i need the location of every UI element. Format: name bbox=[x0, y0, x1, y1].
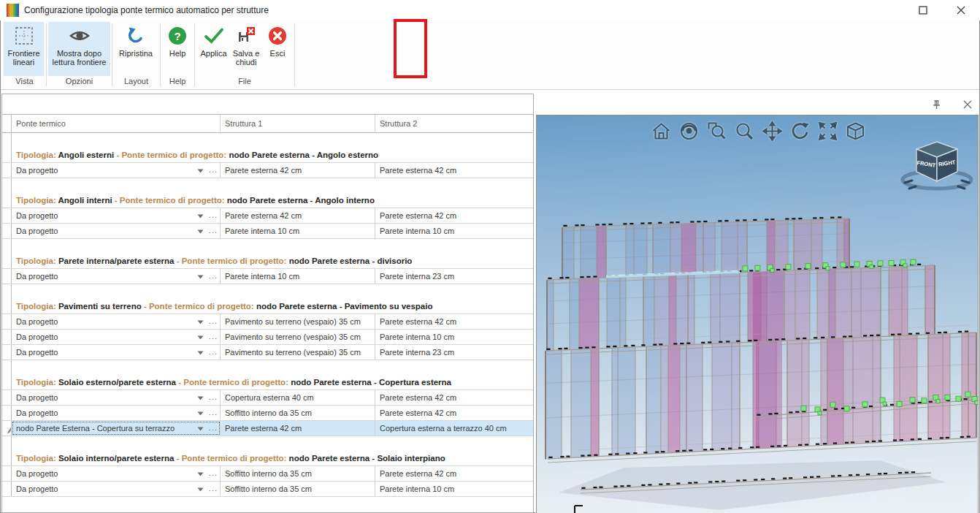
struttura1-cell[interactable]: Soffitto interno da 35 cm bbox=[221, 406, 375, 420]
ellipsis-button[interactable]: ... bbox=[209, 317, 218, 327]
navigation-cube[interactable]: FRONT RIGHT bbox=[899, 137, 975, 196]
struttura2-cell[interactable]: Parete esterna 42 cm bbox=[375, 163, 533, 178]
ripristina-button[interactable]: Ripristina bbox=[114, 22, 158, 76]
zoom-icon[interactable] bbox=[735, 121, 754, 141]
ponte-termico-cell[interactable]: Da progetto... bbox=[12, 345, 221, 360]
ellipsis-button[interactable]: ... bbox=[209, 348, 218, 358]
mostra-frontiere-button[interactable]: Mostra dopo lettura frontiere bbox=[48, 22, 110, 76]
ponte-termico-cell[interactable]: Da progetto... bbox=[12, 390, 221, 405]
zoom-extents-icon[interactable] bbox=[818, 121, 838, 141]
dropdown-arrow-icon[interactable] bbox=[197, 427, 204, 431]
ellipsis-button[interactable]: ... bbox=[209, 332, 218, 343]
struttura1-cell[interactable]: Pavimento su terreno (vespaio) 35 cm bbox=[221, 314, 375, 329]
grid-row[interactable]: Da progetto...Soffitto interno da 35 cmP… bbox=[2, 482, 533, 497]
pin-icon[interactable] bbox=[930, 99, 943, 110]
ellipsis-button[interactable]: ... bbox=[209, 408, 218, 419]
ellipsis-button[interactable]: ... bbox=[209, 424, 218, 434]
applica-button[interactable]: Applica bbox=[199, 22, 229, 76]
ponte-termico-cell[interactable]: Da progetto... bbox=[12, 330, 221, 344]
dropdown-arrow-icon[interactable] bbox=[197, 487, 204, 492]
section-header-part: Solaio interno/parete esterna bbox=[58, 454, 175, 463]
ellipsis-button[interactable]: ... bbox=[209, 211, 218, 221]
dropdown-arrow-icon[interactable] bbox=[197, 169, 204, 173]
ellipsis-button[interactable]: ... bbox=[209, 484, 218, 495]
dropdown-arrow-icon[interactable] bbox=[197, 396, 204, 400]
dropdown-arrow-icon[interactable] bbox=[197, 214, 204, 218]
struttura1-cell[interactable]: Parete esterna 42 cm bbox=[221, 208, 375, 223]
dropdown-arrow-icon[interactable] bbox=[197, 275, 204, 279]
struttura2-cell[interactable]: Parete interna 10 cm bbox=[375, 482, 533, 496]
rotate-icon[interactable] bbox=[790, 121, 810, 141]
zoom-window-icon[interactable] bbox=[707, 121, 727, 141]
ellipsis-button[interactable]: ... bbox=[209, 393, 218, 403]
close-button[interactable] bbox=[945, 0, 977, 20]
ponte-termico-cell[interactable]: Da progetto... bbox=[12, 224, 221, 238]
frontiere-lineari-button[interactable]: Frontiere lineari bbox=[4, 22, 44, 76]
dropdown-arrow-icon[interactable] bbox=[197, 472, 204, 476]
struttura1-cell[interactable]: Pavimento su terreno (vespaio) 35 cm bbox=[221, 330, 375, 344]
home-icon[interactable] bbox=[651, 121, 671, 141]
viewport-toolbar bbox=[651, 121, 865, 141]
struttura1-cell[interactable]: Parete interna 10 cm bbox=[221, 224, 375, 238]
ponte-termico-cell[interactable]: Da progetto... bbox=[12, 269, 221, 284]
ellipsis-button[interactable]: ... bbox=[209, 272, 218, 282]
grid-row[interactable]: Da progetto...Pavimento su terreno (vesp… bbox=[2, 314, 533, 330]
salva-e-chiudi-button[interactable]: Salva e chiudi bbox=[230, 22, 262, 76]
grid-row[interactable]: Da progetto...Parete esterna 42 cmParete… bbox=[2, 163, 533, 178]
ponte-termico-cell[interactable]: Da progetto... bbox=[12, 466, 221, 481]
grid-row[interactable]: Da progetto...Soffitto interno da 35 cmP… bbox=[2, 466, 533, 482]
grid-row[interactable]: Da progetto...Soffitto interno da 35 cmP… bbox=[2, 406, 533, 421]
struttura1-cell[interactable]: Parete interna 10 cm bbox=[221, 269, 375, 284]
panel-close-icon[interactable] bbox=[961, 99, 974, 110]
ponte-termico-cell[interactable]: Da progetto... bbox=[12, 208, 221, 223]
app-window: Configurazione tipologia ponte termico a… bbox=[0, 0, 980, 513]
column-header-struttura1[interactable]: Struttura 1 bbox=[221, 115, 375, 132]
struttura1-cell[interactable]: Parete esterna 42 cm bbox=[221, 163, 375, 178]
dropdown-arrow-icon[interactable] bbox=[197, 351, 204, 355]
struttura2-cell[interactable]: Parete interna 10 cm bbox=[375, 330, 533, 344]
grid-row[interactable]: Da progetto...Parete interna 10 cmParete… bbox=[2, 224, 533, 239]
struttura2-cell[interactable]: Parete esterna 42 cm bbox=[375, 406, 533, 420]
struttura2-cell[interactable]: Parete esterna 42 cm bbox=[375, 466, 533, 481]
ellipsis-button[interactable]: ... bbox=[209, 166, 218, 176]
column-header-ponte-termico[interactable]: Ponte termico bbox=[12, 115, 221, 132]
dropdown-arrow-icon[interactable] bbox=[197, 411, 204, 416]
struttura2-cell[interactable]: Parete esterna 42 cm bbox=[375, 314, 533, 329]
ponte-termico-cell[interactable]: nodo Parete Esterna - Copertura su terra… bbox=[12, 421, 221, 436]
pan-icon[interactable] bbox=[762, 121, 782, 141]
grid-row[interactable]: Da progetto...Parete esterna 42 cmParete… bbox=[2, 208, 533, 224]
struttura2-cell[interactable]: Parete interna 23 cm bbox=[375, 269, 533, 284]
ponte-termico-cell[interactable]: Da progetto... bbox=[12, 406, 221, 420]
struttura1-cell[interactable]: Soffitto interno da 35 cm bbox=[221, 482, 375, 496]
ponte-termico-cell[interactable]: Da progetto... bbox=[12, 314, 221, 329]
struttura2-cell[interactable]: Parete esterna 42 cm bbox=[375, 390, 533, 405]
struttura2-cell[interactable]: Parete esterna 42 cm bbox=[375, 208, 533, 223]
ellipsis-button[interactable]: ... bbox=[209, 469, 218, 479]
dropdown-arrow-icon[interactable] bbox=[197, 320, 204, 324]
iso-cube-icon[interactable] bbox=[846, 121, 865, 141]
grid-row[interactable]: Da progetto...Copertura esterna 40 cmPar… bbox=[2, 390, 533, 406]
ponte-termico-cell[interactable]: Da progetto... bbox=[12, 482, 221, 496]
grid-row[interactable]: Da progetto...Pavimento su terreno (vesp… bbox=[2, 330, 533, 345]
struttura2-cell[interactable]: Parete interna 10 cm bbox=[375, 224, 533, 238]
help-button[interactable]: ? Help bbox=[162, 22, 193, 76]
struttura1-cell[interactable]: Parete esterna 42 cm bbox=[221, 421, 375, 436]
struttura1-cell[interactable]: Copertura esterna 40 cm bbox=[221, 390, 375, 405]
ponte-termico-value: Da progetto bbox=[16, 469, 58, 478]
struttura2-cell[interactable]: Parete interna 23 cm bbox=[375, 345, 533, 360]
struttura1-cell[interactable]: Soffitto interno da 35 cm bbox=[221, 466, 375, 481]
esci-button[interactable]: Esci bbox=[263, 22, 292, 76]
maximize-button[interactable] bbox=[907, 0, 939, 20]
ponte-termico-cell[interactable]: Da progetto... bbox=[12, 163, 221, 178]
view-eye-icon[interactable] bbox=[679, 121, 699, 141]
grid-row[interactable]: Da progetto...Parete interna 10 cmParete… bbox=[2, 269, 533, 284]
column-header-struttura2[interactable]: Struttura 2 bbox=[375, 115, 533, 132]
viewport-3d[interactable]: FRONT RIGHT bbox=[536, 115, 979, 513]
dropdown-arrow-icon[interactable] bbox=[197, 229, 204, 234]
struttura2-cell[interactable]: Copertura esterna a terrazzo 40 cm bbox=[375, 421, 533, 436]
ellipsis-button[interactable]: ... bbox=[209, 227, 218, 237]
dropdown-arrow-icon[interactable] bbox=[197, 335, 204, 340]
grid-row[interactable]: Da progetto...Pavimento su terreno (vesp… bbox=[2, 345, 533, 360]
grid-row[interactable]: nodo Parete Esterna - Copertura su terra… bbox=[2, 421, 533, 436]
struttura1-cell[interactable]: Pavimento su terreno (vespaio) 35 cm bbox=[221, 345, 375, 360]
